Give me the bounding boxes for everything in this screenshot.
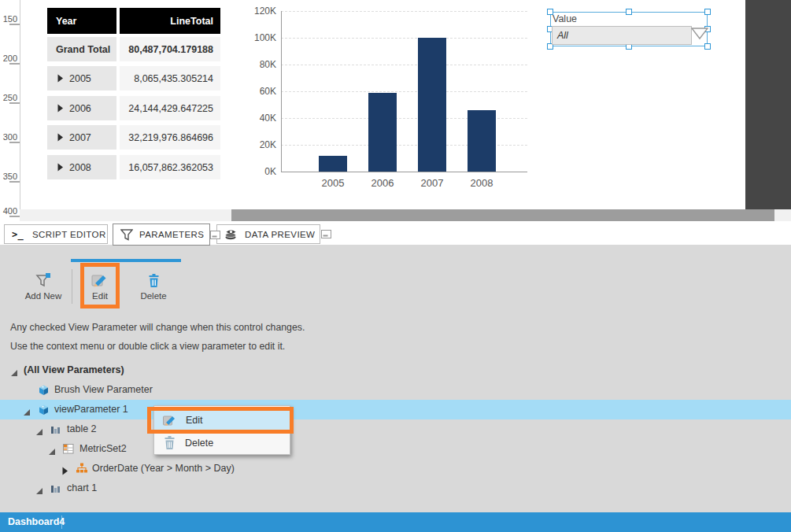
row-expander-icon[interactable] [56,133,64,142]
collapse-icon[interactable] [35,484,43,498]
script-icon: >_ [12,228,26,241]
table-row-value[interactable]: 80,487,704.179188 [120,37,220,61]
cube-icon [38,384,50,396]
x-axis-category-label: 2007 [408,177,456,189]
context-menu-delete[interactable]: Delete [154,432,290,453]
y-axis-tick-label: 0K [242,166,276,177]
tab-label: PARAMETERS [139,230,204,239]
chart-bar-2006[interactable] [368,93,397,172]
delete-icon-gray [163,435,176,450]
expand-icon[interactable] [61,464,68,478]
tree-item-table-2[interactable]: table 2 [0,419,791,439]
y-axis-tick-label: 60K [242,86,276,97]
canvas-overflow-area [745,0,791,209]
add-new-button[interactable]: Add New [18,269,68,301]
funnel-icon [120,229,133,241]
table-row-label[interactable]: Grand Total [47,37,116,61]
chart-gridline [281,38,527,39]
tree-item-viewparameter-1[interactable]: viewParameter 1 [0,400,791,419]
y-axis-tick-label: 80K [242,59,276,70]
tree-item-chart-1[interactable]: chart 1 [0,478,791,498]
resize-handle[interactable] [704,9,711,15]
chart-bar-2005[interactable] [319,156,347,172]
tab-label: DATA PREVIEW [245,230,315,239]
y-axis-line [281,11,282,172]
tree-item-label: table 2 [67,423,97,434]
table-header-year[interactable]: Year [47,8,116,34]
tree-item-label: OrderDate (Year > Month > Day) [92,463,235,474]
x-axis-category-label: 2005 [309,177,357,189]
tab-script-editor[interactable]: >_SCRIPT EDITOR [4,224,108,244]
panel-description-1: Any checked View Parameter will change w… [10,322,305,333]
dashboard-tab[interactable]: Dashboard4 [8,512,65,532]
table-row-value[interactable]: 32,219,976.864696 [120,125,220,150]
scrollbar-thumb[interactable] [231,209,774,221]
chart-icon [50,482,61,493]
table-row-label[interactable]: 2008 [47,155,116,179]
table-header-linetotal[interactable]: LineTotal [120,8,220,34]
table-row-label[interactable]: 2007 [47,125,116,150]
x-axis-category-label: 2006 [359,177,406,189]
status-bar: Dashboard4 [0,512,791,532]
resize-handle[interactable] [626,9,632,15]
collapse-icon[interactable] [35,425,43,439]
chart-gridline [281,65,527,65]
tree-item--all-view-parameters-[interactable]: (All View Parameters) [0,360,791,380]
ruler-tick [9,181,20,183]
svg-text:>_: >_ [12,229,24,241]
ruler-mark: 200 [0,54,17,63]
data-preview-icon [224,228,238,240]
tree-item-label: Brush View Parameter [54,384,153,395]
menu-item-label: Delete [185,438,213,449]
table-row-label[interactable]: 2006 [47,96,116,120]
tree-item-brush-view-parameter[interactable]: Brush View Parameter [0,380,791,400]
y-axis-tick-label: 120K [242,6,276,17]
ruler-tick [9,102,20,104]
design-canvas[interactable]: 150200250300350400 YearLineTotalGrand To… [0,0,791,221]
add-filter-icon [35,272,51,288]
cube-icon [38,404,50,416]
popout-icon[interactable] [321,230,331,238]
hierarchy-icon [76,463,88,474]
tab-parameters[interactable]: PARAMETERS [113,224,210,246]
ruler-tick [9,142,20,143]
panel-tab-bar: >_SCRIPT EDITORPARAMETERSDATA PREVIEW [0,221,791,245]
popout-icon[interactable] [210,231,220,239]
chart-bar-2008[interactable] [468,110,496,172]
annotation-box-edit-menu-item [147,407,294,434]
tree-item-metricset2[interactable]: MetricSet2 [0,439,791,459]
resize-handle[interactable] [704,43,711,50]
table-row-value[interactable]: 24,144,429.647225 [120,96,220,120]
active-tab-indicator [71,259,181,262]
collapse-icon[interactable] [10,366,18,380]
collapse-icon[interactable] [48,445,56,459]
dashboard-designer: 150200250300350400 YearLineTotalGrand To… [0,0,791,532]
tab-data-preview[interactable]: DATA PREVIEW [216,224,320,244]
metricset-icon [63,443,74,454]
table-row-label[interactable]: 2005 [47,66,116,91]
ruler-mark: 300 [0,132,17,142]
delete-button[interactable]: Delete [128,269,179,301]
chevron-down-icon[interactable] [691,28,708,43]
row-expander-icon[interactable] [56,163,64,172]
toolbar-separator [72,269,72,304]
parameters-panel: Add NewEditDelete Any checked View Param… [0,245,791,512]
tree-item-label: chart 1 [67,482,97,493]
collapse-icon[interactable] [23,405,31,419]
toolbar-button-label: Add New [18,291,68,301]
table-row-value[interactable]: 8,065,435.305214 [120,66,220,91]
row-expander-icon[interactable] [56,104,64,113]
delete-icon [147,273,161,288]
chart-gridline [281,91,527,92]
chart-icon [50,423,61,434]
filter-value-dropdown[interactable]: All [552,26,692,45]
table-row-value[interactable]: 16,057,862.362053 [120,155,220,179]
ruler-tick [9,63,20,65]
tree-item-label: viewParameter 1 [54,404,128,415]
annotation-box-edit-button [80,263,120,308]
ruler-mark: 250 [0,93,17,102]
row-expander-icon[interactable] [56,74,64,83]
tree-item-orderdate-year-month-day-[interactable]: OrderDate (Year > Month > Day) [0,459,791,478]
chart-bar-2007[interactable] [418,38,446,172]
horizontal-scrollbar[interactable] [20,209,791,221]
